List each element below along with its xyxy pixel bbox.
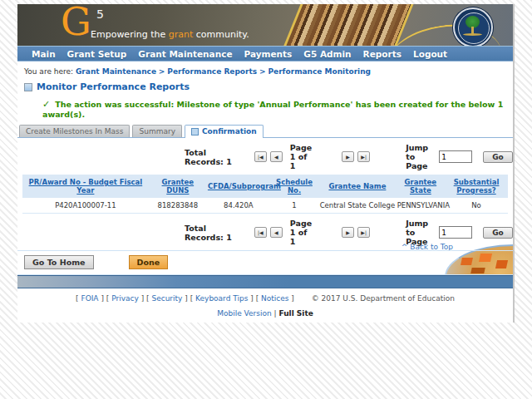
breadcrumb-grant-maintenance[interactable]: Grant Maintenance [76,67,156,76]
done-button[interactable]: Done [129,255,169,269]
bracket: ] [141,294,145,303]
pagination-top: Total Records: 1 |◀ ◀ Page 1 of 1 ▶ ▶| J… [17,138,513,175]
go-button[interactable]: Go [483,151,513,163]
breadcrumb-performance-reports[interactable]: Performance Reports [167,67,257,76]
bracket: [ [190,294,194,303]
col-grantee-duns[interactable]: Grantee DUNS [162,178,195,195]
awards-table: PR/Award No - Budget Fiscal Year Grantee… [22,175,508,214]
footer-link-foia[interactable]: FOIA [81,294,98,303]
col-cfda-subprogram[interactable]: CFDA/Subprogram [208,182,281,190]
pager-buttons-left: |◀ ◀ [254,227,283,238]
go-button[interactable]: Go [483,227,513,239]
breadcrumb-performance-monitoring[interactable]: Performance Monitoring [268,67,371,76]
banner: G 5 Empowering the grant community. [17,4,513,47]
jump-to-page-input[interactable] [439,150,472,163]
bracket: [ [146,294,150,303]
site-container: G 5 Empowering the grant community. Main… [17,4,515,323]
cell-pr-award-no: P420A100007-11 [22,198,149,214]
jump-to-page-label: Jump to Page [406,143,428,170]
nav-item-grant-setup[interactable]: Grant Setup [67,49,127,59]
go-to-home-button[interactable]: Go To Home [24,255,94,269]
tab-create-milestones-in-mass[interactable]: Create Milestones In Mass [19,125,130,137]
footer-bar [17,275,513,288]
col-schedule-no[interactable]: Schedule No. [276,178,313,195]
main-nav: Main Grant Setup Grant Maintenance Payme… [17,47,513,62]
full-site-link[interactable]: Full Site [278,309,313,318]
next-page-button[interactable]: ▶ [342,151,354,162]
confirmation-tab-icon [191,128,199,135]
bracket: [ [76,294,79,303]
nav-item-g5-admin[interactable]: G5 Admin [303,49,351,59]
footer: [ FOIA ] [ Privacy ] [ Security ] [ Keyb… [17,294,513,318]
page-indicator: Page 1 of 1 [290,219,312,246]
cell-grantee-name: Central State College [318,198,396,214]
page-indicator: Page 1 of 1 [290,143,312,170]
footer-link-notices[interactable]: Notices [261,294,288,303]
tagline-grant: grant [169,29,194,40]
footer-divider: | [274,309,277,318]
pager-buttons-right: ▶ ▶| [342,151,370,162]
bracket: ] [250,294,254,303]
cell-substantial-progress: No [445,198,508,214]
pager-buttons-left: |◀ ◀ [254,151,283,162]
bracket: ] [101,294,104,303]
table-row: P420A100007-11 818283848 84.420A 1 Centr… [22,198,508,214]
bracket: ] [291,294,294,303]
seal-ground [463,33,482,36]
confirmation-panel: Total Records: 1 |◀ ◀ Page 1 of 1 ▶ ▶| J… [17,137,513,275]
cell-cfda-subprogram: 84.420A [207,198,270,214]
total-records-value: 1 [226,233,232,242]
action-buttons-row: Go To Home Done [17,251,513,275]
col-pr-award-no[interactable]: PR/Award No - Budget Fiscal Year [29,178,143,195]
cell-grantee-duns: 818283848 [149,198,207,214]
nav-item-grant-maintenance[interactable]: Grant Maintenance [138,49,232,59]
bookshelf-image [282,4,415,47]
page-title: Monitor Performance Reports [37,81,190,92]
nav-item-payments[interactable]: Payments [244,49,293,59]
table-header-row: PR/Award No - Budget Fiscal Year Grantee… [22,175,508,198]
total-records-text: Total Records: [185,148,224,166]
footer-link-privacy[interactable]: Privacy [111,294,139,303]
nav-item-logout[interactable]: Logout [413,49,447,59]
success-message: ✓The action was successful: Milestone of… [42,99,513,119]
tab-summary[interactable]: Summary [132,125,182,137]
g5-logo: G [61,4,91,44]
cell-schedule-no: 1 [270,198,318,214]
last-page-button[interactable]: ▶| [357,227,370,238]
footer-links-row: [ FOIA ] [ Privacy ] [ Security ] [ Keyb… [17,294,513,303]
breadcrumb-separator: > [259,67,266,76]
col-grantee-state[interactable]: Grantee State [405,178,437,195]
tab-bar: Create Milestones In Mass Summary Confir… [19,125,513,137]
success-text: The action was successful: Milestone of … [42,100,503,119]
mobile-version-link[interactable]: Mobile Version [217,309,271,318]
footer-link-keyboard-tips[interactable]: Keyboard Tips [195,294,248,303]
pagination-bottom: Total Records: 1 |◀ ◀ Page 1 of 1 ▶ ▶| J… [17,214,513,251]
cell-grantee-state: PENNSYLVANIA [397,198,445,214]
g5-logo-sup: 5 [96,7,104,21]
nav-item-reports[interactable]: Reports [363,49,401,59]
copyright-text: © 2017 U.S. Department of Education [312,294,455,303]
bracket: ] [185,294,188,303]
jump-to-page-input[interactable] [439,226,472,239]
footer-link-security[interactable]: Security [151,294,182,303]
tab-confirmation[interactable]: Confirmation [185,125,264,138]
col-substantial-progress[interactable]: Substantial Progress? [454,178,500,195]
tab-confirmation-label: Confirmation [202,127,257,135]
last-page-button[interactable]: ▶| [357,151,370,162]
footer-version-row: Mobile Version | Full Site [17,309,513,318]
checkmark-icon: ✓ [42,99,50,110]
pager-buttons-right: ▶ ▶| [342,227,370,238]
first-page-button[interactable]: |◀ [254,227,267,238]
bracket: [ [106,294,110,303]
col-grantee-name[interactable]: Grantee Name [328,182,386,190]
next-page-button[interactable]: ▶ [342,227,354,238]
bracket: [ [256,294,259,303]
page-title-row: Monitor Performance Reports [24,81,513,92]
first-page-button[interactable]: |◀ [254,151,267,162]
tagline: Empowering the grant community. [91,29,249,40]
prev-page-button[interactable]: ◀ [270,227,283,238]
nav-item-main[interactable]: Main [32,49,56,59]
breadcrumb-separator: > [159,67,165,76]
prev-page-button[interactable]: ◀ [270,151,283,162]
tagline-pre: Empowering the [91,29,169,40]
